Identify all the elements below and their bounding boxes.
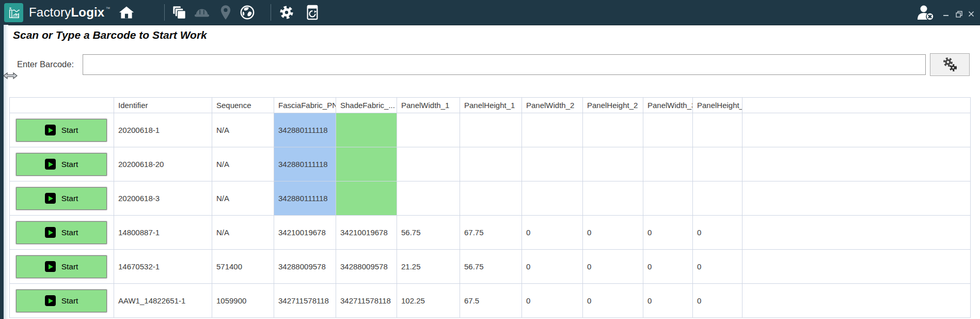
change-station-button[interactable] bbox=[304, 4, 321, 21]
batches-button[interactable] bbox=[170, 4, 188, 21]
cell-spacer bbox=[742, 113, 970, 147]
cell-fascia: 342880111118 bbox=[274, 181, 336, 215]
window-left-border bbox=[0, 25, 4, 319]
cell-sequence: N/A bbox=[212, 147, 274, 181]
start-button[interactable]: Start bbox=[16, 290, 107, 312]
column-header-sequence[interactable]: Sequence bbox=[212, 98, 274, 113]
play-icon bbox=[45, 125, 56, 135]
column-header-panelheight-2[interactable]: PanelHeight_2 bbox=[583, 98, 643, 113]
user-signed-out-icon bbox=[915, 4, 936, 21]
cell-ph2 bbox=[583, 181, 643, 215]
barcode-settings-button[interactable] bbox=[930, 53, 970, 76]
cell-pw3 bbox=[643, 181, 693, 215]
restore-button[interactable] bbox=[955, 10, 963, 18]
cell-identifier: 20200618-1 bbox=[114, 113, 212, 147]
resize-handle-icon[interactable] bbox=[3, 72, 18, 80]
table-row: Start14800887-1N/A3421001967834210019678… bbox=[10, 216, 970, 250]
cell-shade bbox=[336, 147, 397, 181]
cell-pw2: 0 bbox=[522, 250, 583, 283]
cell-identifier: 14800887-1 bbox=[114, 216, 212, 249]
cell-pw2: 0 bbox=[522, 284, 583, 317]
start-button-label: Start bbox=[61, 126, 78, 135]
cell-ph2: 0 bbox=[583, 250, 643, 283]
titlebar: FactoryLogix™ bbox=[0, 0, 980, 25]
global-button[interactable] bbox=[239, 4, 256, 21]
play-icon bbox=[45, 159, 56, 170]
cell-ph2 bbox=[583, 113, 643, 147]
barcode-input[interactable] bbox=[83, 54, 926, 75]
home-button[interactable] bbox=[118, 4, 135, 21]
cell-pw1: 21.25 bbox=[397, 250, 460, 283]
cell-sequence: N/A bbox=[212, 216, 274, 249]
hardhat-icon bbox=[194, 6, 210, 19]
gear-icon bbox=[278, 4, 295, 21]
start-button-label: Start bbox=[61, 296, 78, 306]
cell-identifier: AAW1_14822651-1 bbox=[114, 284, 212, 317]
production-disabled-button bbox=[193, 4, 211, 21]
close-icon bbox=[968, 11, 974, 17]
page-title: Scan or Type a Barcode to Start Work bbox=[13, 29, 207, 41]
user-login-button[interactable] bbox=[915, 4, 937, 21]
start-button[interactable]: Start bbox=[16, 255, 107, 278]
column-header-identifier[interactable]: Identifier bbox=[114, 98, 212, 113]
cell-sequence: 571400 bbox=[212, 250, 274, 283]
window-inner-shadow bbox=[4, 25, 8, 319]
table-row: StartAAW1_14822651-110599003427115781183… bbox=[10, 284, 970, 317]
cell-pw2: 0 bbox=[522, 216, 583, 249]
cell-spacer bbox=[742, 216, 970, 249]
column-header-panelheight-3[interactable]: PanelHeight_3 bbox=[693, 98, 742, 113]
globe-icon bbox=[240, 5, 255, 20]
minimize-button[interactable] bbox=[942, 10, 950, 18]
cell-fascia: 342880111118 bbox=[274, 113, 336, 147]
column-header-panelwidth-3[interactable]: PanelWidth_3 bbox=[643, 98, 693, 113]
cell-shade bbox=[336, 181, 397, 215]
cell-ph1: 67.75 bbox=[460, 216, 522, 249]
cell-ph1 bbox=[460, 113, 522, 147]
cell-identifier: 20200618-20 bbox=[114, 147, 212, 181]
brand-trademark: ™ bbox=[105, 6, 110, 11]
cell-pw2 bbox=[522, 181, 583, 215]
cell-ph3 bbox=[693, 113, 742, 147]
cell-ph2: 0 bbox=[583, 284, 643, 317]
cell-fascia: 34288009578 bbox=[274, 250, 336, 283]
action-cell: Start bbox=[10, 250, 114, 283]
cell-ph3 bbox=[693, 181, 742, 215]
barcode-label: Enter Barcode: bbox=[17, 59, 74, 69]
column-header-panelwidth-1[interactable]: PanelWidth_1 bbox=[397, 98, 460, 113]
start-button[interactable]: Start bbox=[16, 221, 107, 244]
start-button[interactable]: Start bbox=[16, 119, 107, 142]
cell-pw2 bbox=[522, 113, 583, 147]
table-header-row: IdentifierSequenceFasciaFabric_PNShadeFa… bbox=[10, 98, 970, 113]
home-icon bbox=[119, 5, 134, 20]
minimize-icon bbox=[943, 11, 949, 17]
start-button[interactable]: Start bbox=[16, 187, 107, 210]
settings-button[interactable] bbox=[278, 4, 295, 21]
start-button-label: Start bbox=[61, 160, 78, 169]
cell-pw3: 0 bbox=[643, 284, 693, 317]
column-header-fasciafabric-pn[interactable]: FasciaFabric_PN bbox=[274, 98, 336, 113]
cell-identifier: 14670532-1 bbox=[114, 250, 212, 283]
cell-ph3 bbox=[693, 147, 742, 181]
cell-ph1 bbox=[460, 147, 522, 181]
table-row: Start20200618-20N/A342880111118 bbox=[10, 147, 970, 181]
cell-ph2: 0 bbox=[583, 216, 643, 249]
cell-ph1: 67.5 bbox=[460, 284, 522, 317]
work-orders-table: IdentifierSequenceFasciaFabric_PNShadeFa… bbox=[9, 97, 971, 318]
table-row: Start20200618-3N/A342880111118 bbox=[10, 181, 970, 216]
column-header-panelheight-1[interactable]: PanelHeight_1 bbox=[460, 98, 522, 113]
cell-ph3: 0 bbox=[693, 284, 742, 317]
cell-shade: 34288009578 bbox=[336, 250, 397, 283]
station-device-icon bbox=[305, 4, 320, 21]
start-button-label: Start bbox=[61, 194, 78, 203]
cell-pw1 bbox=[397, 181, 460, 215]
start-button[interactable]: Start bbox=[16, 153, 107, 176]
cell-pw3: 0 bbox=[643, 216, 693, 249]
close-button[interactable] bbox=[967, 10, 975, 18]
cell-pw1 bbox=[397, 147, 460, 181]
brand-wordmark: FactoryLogix™ bbox=[29, 0, 110, 25]
cell-pw3 bbox=[643, 147, 693, 181]
pages-icon bbox=[171, 5, 187, 20]
column-header-shadefabric[interactable]: ShadeFabric_... bbox=[336, 98, 397, 113]
column-header-spacer bbox=[742, 98, 970, 113]
column-header-panelwidth-2[interactable]: PanelWidth_2 bbox=[522, 98, 583, 113]
